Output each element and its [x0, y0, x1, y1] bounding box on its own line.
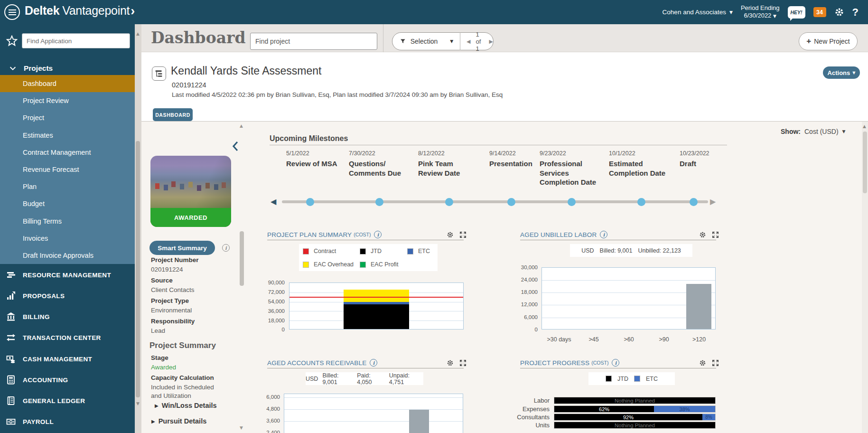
info-icon[interactable]: [222, 244, 230, 252]
sidebar-module-proposals[interactable]: PROPOSALS: [0, 290, 135, 301]
next-record-icon[interactable]: ▶: [489, 38, 493, 45]
new-project-button[interactable]: + New Project: [799, 32, 858, 50]
sidebar-item-project-review[interactable]: Project Review: [0, 92, 135, 109]
gear-icon[interactable]: [834, 7, 844, 17]
sidebar-scrollbar-thumb[interactable]: [136, 141, 140, 397]
last-modified-text: Last modified 4/5/2022 02:36 pm by Brian…: [172, 91, 503, 98]
collapse-panel-icon[interactable]: [232, 141, 239, 152]
y-tick: 54,000: [259, 299, 285, 304]
sidebar-item-project[interactable]: Project: [0, 109, 135, 126]
notification-count-badge[interactable]: 34: [813, 7, 826, 17]
timeline-scroll-right-icon[interactable]: ▶: [710, 197, 716, 206]
selection-dropdown[interactable]: Selection: [411, 38, 438, 45]
actions-button[interactable]: Actions ▼: [823, 66, 860, 79]
plus-icon: +: [806, 37, 811, 46]
chart-title-underline: [267, 368, 464, 368]
smart-summary-button[interactable]: Smart Summary: [149, 241, 215, 255]
info-icon[interactable]: [374, 231, 382, 238]
progress-bar-expenses[interactable]: 62% 38%: [554, 405, 716, 413]
info-icon[interactable]: [370, 359, 377, 367]
chevron-down-icon: [9, 64, 17, 73]
find-application-input[interactable]: [22, 33, 130, 48]
hamburger-menu-icon[interactable]: [4, 4, 20, 20]
sidebar-module-billing[interactable]: BILLING: [0, 311, 135, 322]
sidebar-module-accounting[interactable]: ACCOUNTING: [0, 374, 135, 386]
receivable-bar[interactable]: [409, 410, 429, 433]
winloss-details-disclosure[interactable]: ▶ Win/Loss Details: [155, 402, 217, 409]
scroll-up-icon[interactable]: ▲: [240, 123, 243, 128]
sidebar-item-contract-management[interactable]: Contract Management: [0, 144, 135, 161]
chart-controls: [447, 359, 467, 367]
expand-icon[interactable]: [459, 231, 467, 238]
contract-reference-line: [289, 297, 463, 298]
milestone-dot[interactable]: [637, 198, 645, 206]
gear-icon[interactable]: [447, 231, 454, 238]
top-bar: DeltekVantagepoint› Cohen and Associates…: [0, 0, 868, 24]
sidebar-item-billing-terms[interactable]: Billing Terms: [0, 213, 135, 230]
chevron-down-icon: ▼: [729, 10, 733, 15]
progress-bar-labor[interactable]: Nothing Planned: [554, 397, 716, 404]
field-value: Client Contacts: [151, 286, 195, 293]
stacked-bar[interactable]: [344, 283, 409, 329]
panel-scrollbar-thumb[interactable]: [240, 231, 244, 286]
sidebar-item-invoices[interactable]: Invoices: [0, 230, 135, 247]
expand-icon[interactable]: [712, 359, 719, 367]
period-ending-dropdown[interactable]: Period Ending 6/30/2022 ▼: [741, 4, 780, 20]
record-pagination: ◀ 1 of 1 ▶: [467, 31, 493, 52]
sidebar-item-revenue-forecast[interactable]: Revenue Forecast: [0, 161, 135, 178]
milestone-dot[interactable]: [445, 198, 453, 206]
expand-icon[interactable]: [459, 359, 467, 367]
scroll-up-icon[interactable]: ▲: [863, 124, 866, 129]
pursuit-details-disclosure[interactable]: ▶ Pursuit Details: [151, 417, 206, 425]
sidebar-module-cash-management[interactable]: CASH MANAGEMENT: [0, 353, 135, 365]
sidebar-module-transaction-center[interactable]: TRANSACTION CENTER: [0, 332, 135, 343]
progress-row-label: Units: [503, 422, 550, 429]
info-icon[interactable]: [612, 359, 619, 367]
progress-bar-units[interactable]: Nothing Planned: [554, 422, 716, 429]
chart-title-project-plan-summary: PROJECT PLAN SUMMARY (COST): [267, 231, 382, 238]
milestone-dot[interactable]: [375, 198, 383, 206]
main-scrollbar-thumb[interactable]: [863, 132, 867, 193]
scroll-down-icon[interactable]: ▼: [136, 401, 140, 406]
pagination-text: 1 of 1: [476, 31, 484, 52]
milestone-dot[interactable]: [507, 198, 515, 206]
expand-icon[interactable]: [712, 231, 719, 238]
milestone-dot[interactable]: [690, 198, 698, 206]
sidebar-item-estimates[interactable]: Estimates: [0, 127, 135, 144]
sidebar-item-plan[interactable]: Plan: [0, 178, 135, 195]
sidebar-module-payroll[interactable]: PAYROLL: [0, 416, 135, 427]
gear-icon[interactable]: [699, 359, 706, 367]
show-currency-dropdown[interactable]: Show: Cost (USD) ▼: [781, 128, 845, 135]
milestone-dot[interactable]: [568, 198, 576, 206]
sidebar-module-general-ledger[interactable]: GENERAL LEDGER: [0, 395, 135, 406]
progress-bar-consultants[interactable]: 92% 8%: [554, 414, 716, 421]
period-label: Period Ending: [741, 4, 780, 12]
calculator-icon: [6, 375, 16, 385]
sidebar-item-draft-invoice-approvals[interactable]: Draft Invoice Approvals: [0, 247, 135, 264]
favorites-star-icon[interactable]: [6, 35, 18, 47]
legend-swatch-eac-profit: [360, 262, 366, 268]
find-project-input[interactable]: [250, 33, 377, 50]
filter-funnel-icon[interactable]: [400, 38, 406, 45]
sidebar-item-dashboard[interactable]: Dashboard: [0, 75, 135, 92]
timeline-scroll-left-icon[interactable]: ◀: [271, 197, 276, 206]
milestone-dot[interactable]: [306, 198, 314, 206]
unbilled-labor-bar[interactable]: [686, 284, 711, 329]
help-icon[interactable]: ?: [852, 6, 859, 19]
gear-icon[interactable]: [447, 359, 454, 367]
sidebar-section-projects[interactable]: Projects: [0, 60, 135, 76]
company-dropdown[interactable]: Cohen and Associates ▼: [663, 9, 733, 16]
sidebar-module-resource-management[interactable]: RESOURCE MANAGEMENT: [0, 269, 135, 281]
sidebar-item-budget[interactable]: Budget: [0, 195, 135, 212]
info-icon[interactable]: [600, 231, 607, 238]
hey-notifications-icon[interactable]: HEY!: [788, 6, 805, 19]
scroll-down-icon[interactable]: ▼: [240, 425, 243, 430]
tab-dashboard[interactable]: DASHBOARD: [153, 108, 193, 121]
header-divider: [383, 24, 383, 52]
chevron-down-icon[interactable]: ▼: [450, 39, 453, 44]
previous-record-icon[interactable]: ◀: [467, 38, 470, 45]
milestones-divider: [270, 145, 727, 145]
gear-icon[interactable]: [699, 231, 706, 238]
project-summary-heading: Project Summary: [149, 341, 216, 350]
scroll-up-icon[interactable]: ▲: [136, 31, 140, 36]
